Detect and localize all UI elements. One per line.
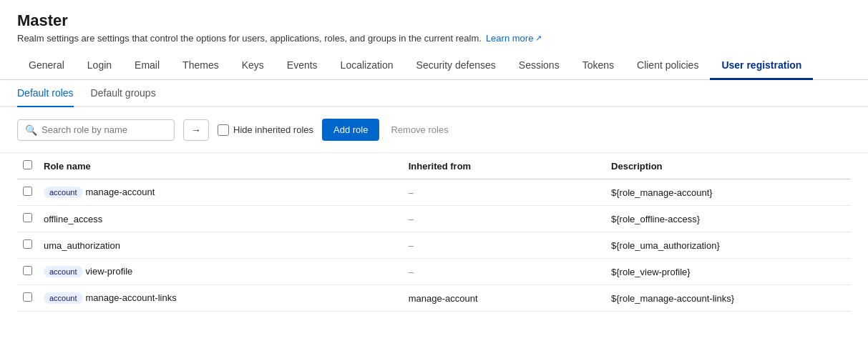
tab-login[interactable]: Login	[76, 52, 123, 80]
search-input[interactable]	[42, 124, 167, 135]
search-icon: 🔍	[25, 124, 37, 136]
tab-themes[interactable]: Themes	[171, 52, 230, 80]
cell-description: ${role_offline-access}	[605, 206, 851, 232]
tab-events[interactable]: Events	[275, 52, 329, 80]
cell-role-name: uma_authorization	[38, 232, 403, 259]
tab-email[interactable]: Email	[123, 52, 171, 80]
sub-tab-default-roles[interactable]: Default roles	[17, 80, 74, 107]
row-checkbox[interactable]	[23, 213, 32, 222]
role-badge: account	[44, 266, 83, 277]
cell-description: ${role_view-profile}	[605, 259, 851, 285]
col-header-role-name: Role name	[38, 153, 403, 179]
row-checkbox[interactable]	[23, 239, 32, 249]
role-name-text: manage-account	[86, 187, 155, 197]
hide-inherited-text: Hide inherited roles	[233, 124, 313, 135]
cell-role-name: accountmanage-account	[38, 179, 403, 206]
main-tabs: General Login Email Themes Keys Events L…	[0, 52, 868, 80]
cell-inherited-from: –	[403, 232, 605, 259]
page-title: Master	[17, 11, 851, 30]
tab-tokens[interactable]: Tokens	[571, 52, 625, 80]
table-row: accountview-profile–${role_view-profile}	[17, 259, 851, 285]
tab-general[interactable]: General	[17, 52, 76, 80]
row-checkbox[interactable]	[23, 187, 32, 196]
cell-description: ${role_manage-account}	[605, 179, 851, 206]
role-name-text: uma_authorization	[44, 240, 120, 251]
table-row: uma_authorization–${role_uma_authorizati…	[17, 232, 851, 259]
page-header: Master Realm settings are settings that …	[0, 0, 868, 107]
tab-user-registration[interactable]: User registration	[710, 52, 813, 80]
learn-more-link[interactable]: Learn more ↗	[486, 33, 542, 44]
learn-more-label: Learn more	[486, 33, 533, 44]
cell-inherited-from: –	[403, 206, 605, 232]
sub-tab-default-groups[interactable]: Default groups	[91, 80, 156, 107]
roles-table-container: Role name Inherited from Description acc…	[0, 153, 868, 312]
cell-inherited-from: –	[403, 259, 605, 285]
tab-localization[interactable]: Localization	[329, 52, 405, 80]
cell-role-name: offline_access	[38, 206, 403, 232]
table-row: accountmanage-account-linksmanage-accoun…	[17, 285, 851, 312]
cell-description: ${role_manage-account-links}	[605, 285, 851, 312]
search-box[interactable]: 🔍	[17, 119, 175, 141]
role-badge: account	[44, 292, 83, 304]
select-all-header[interactable]	[17, 153, 38, 179]
external-link-icon: ↗	[535, 34, 542, 43]
hide-inherited-label[interactable]: Hide inherited roles	[218, 124, 313, 136]
cell-inherited-from: –	[403, 179, 605, 206]
row-checkbox[interactable]	[23, 292, 32, 302]
table-row: accountmanage-account–${role_manage-acco…	[17, 179, 851, 206]
role-name-text: offline_access	[44, 214, 102, 224]
subtitle-text: Realm settings are settings that control…	[17, 33, 482, 44]
dash-icon: –	[409, 240, 414, 251]
roles-table: Role name Inherited from Description acc…	[17, 153, 851, 312]
dash-icon: –	[409, 187, 414, 198]
tab-client-policies[interactable]: Client policies	[625, 52, 710, 80]
role-name-text: view-profile	[86, 266, 133, 277]
col-header-description: Description	[605, 153, 851, 179]
role-badge: account	[44, 187, 83, 198]
remove-roles-button[interactable]: Remove roles	[388, 119, 451, 141]
tab-security-defenses[interactable]: Security defenses	[405, 52, 507, 80]
dash-icon: –	[409, 214, 414, 224]
tab-keys[interactable]: Keys	[230, 52, 275, 80]
cell-description: ${role_uma_authorization}	[605, 232, 851, 259]
cell-role-name: accountview-profile	[38, 259, 403, 285]
cell-inherited-from: manage-account	[403, 285, 605, 312]
table-row: offline_access–${role_offline-access}	[17, 206, 851, 232]
row-checkbox[interactable]	[23, 266, 32, 275]
role-name-text: manage-account-links	[86, 292, 177, 303]
cell-role-name: accountmanage-account-links	[38, 285, 403, 312]
add-role-button[interactable]: Add role	[322, 119, 379, 141]
page-subtitle: Realm settings are settings that control…	[17, 33, 851, 44]
select-all-checkbox[interactable]	[23, 160, 32, 169]
toolbar: 🔍 → Hide inherited roles Add role Remove…	[0, 107, 868, 153]
col-header-inherited-from: Inherited from	[403, 153, 605, 179]
dash-icon: –	[409, 267, 414, 277]
tab-sessions[interactable]: Sessions	[507, 52, 571, 80]
table-header-row: Role name Inherited from Description	[17, 153, 851, 179]
sub-tabs: Default roles Default groups	[0, 80, 868, 107]
hide-inherited-checkbox[interactable]	[218, 124, 229, 136]
search-submit-button[interactable]: →	[183, 119, 209, 141]
